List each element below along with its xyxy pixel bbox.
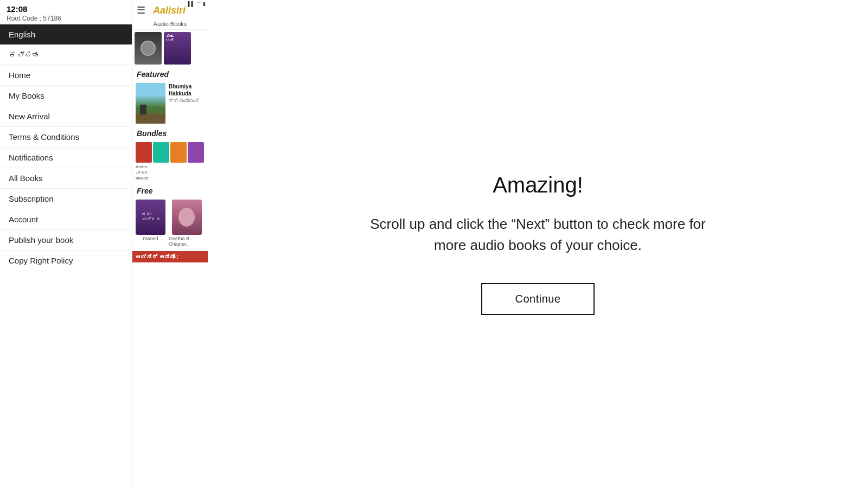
bundle-thumb-3[interactable] bbox=[170, 142, 187, 163]
free-label: Free bbox=[132, 183, 208, 197]
featured-book-cover bbox=[136, 83, 165, 124]
main-heading: Amazing! bbox=[493, 173, 583, 197]
book-thumb-2[interactable]: ಕಾದಂಬರಿ bbox=[164, 32, 191, 65]
menu-item-subscription[interactable]: Subscription bbox=[0, 189, 132, 209]
featured-book-subtitle: ಶ್ರೀ ಮುಮ್ಮುಡಿ... bbox=[169, 98, 205, 104]
featured-book[interactable]: Bhumiya Hakkuda ಶ್ರೀ ಮುಮ್ಮುಡಿ... bbox=[132, 81, 208, 126]
featured-book-title: Bhumiya Hakkuda bbox=[169, 83, 205, 97]
main-body-text: Scroll up and click the “Next” button to… bbox=[370, 214, 706, 256]
free-book-cover-1: ಕಥಾಸಂಗ್ರಹ bbox=[136, 200, 165, 235]
free-book-2[interactable]: Geetha B... Chapter... bbox=[169, 200, 205, 247]
menu-item-home[interactable]: Home bbox=[0, 65, 132, 86]
app-panel: ☰ Aalisiri ▌▌ ⌒ ▮ Audio Books ಕಾದಂಬರಿ Fe… bbox=[132, 0, 208, 488]
bundle-info: Ambe...14 Bo...bikkatt... bbox=[136, 164, 152, 181]
menu-list: English ಕನ್ನಡ Home My Books New Arrival … bbox=[0, 24, 132, 488]
status-icons: ▌▌ ⌒ ▮ bbox=[188, 1, 206, 8]
menu-item-all-books[interactable]: All Books bbox=[0, 168, 132, 189]
book-thumb-1[interactable] bbox=[135, 32, 162, 65]
menu-item-copyright[interactable]: Copy Right Policy bbox=[0, 251, 132, 271]
menu-item-english[interactable]: English bbox=[0, 24, 132, 45]
menu-item-my-books[interactable]: My Books bbox=[0, 86, 132, 106]
app-title: Aalisiri bbox=[153, 5, 186, 16]
owned-label: Owned bbox=[143, 236, 158, 241]
bottom-banner: ಆಲಿಸಿರಿ ಅಡಿಯೋ : bbox=[132, 251, 208, 262]
root-code: Root Code : 57186 bbox=[7, 15, 125, 22]
menu-item-publish[interactable]: Publish your book bbox=[0, 230, 132, 251]
menu-item-new-arrival[interactable]: New Arrival bbox=[0, 106, 132, 127]
bundle-thumb-1[interactable] bbox=[136, 142, 152, 163]
menu-item-account[interactable]: Account bbox=[0, 209, 132, 230]
bundle-thumb-4[interactable] bbox=[188, 142, 204, 163]
menu-item-kannada[interactable]: ಕನ್ನಡ bbox=[0, 45, 132, 65]
featured-label: Featured bbox=[132, 67, 208, 81]
bundles-row: Ambe...14 Bo...bikkatt... bbox=[132, 140, 208, 183]
featured-book-info: Bhumiya Hakkuda ಶ್ರೀ ಮುಮ್ಮುಡಿ... bbox=[169, 83, 205, 124]
menu-item-notifications[interactable]: Notifications bbox=[0, 147, 132, 168]
phone-time: 12:08 bbox=[7, 4, 125, 14]
signal-icon: ▌▌ bbox=[188, 1, 195, 8]
menu-item-terms[interactable]: Terms & Conditions bbox=[0, 127, 132, 147]
main-content: Amazing! Scroll up and click the “Next” … bbox=[208, 0, 868, 488]
continue-button[interactable]: Continue bbox=[481, 283, 594, 315]
wifi-icon: ⌒ bbox=[196, 1, 201, 8]
battery-icon: ▮ bbox=[203, 1, 206, 8]
free-book-cover-2 bbox=[172, 200, 202, 235]
hamburger-icon[interactable]: ☰ bbox=[137, 4, 145, 16]
status-bar: 12:08 Root Code : 57186 bbox=[0, 0, 132, 24]
audio-books-label: Audio Books bbox=[132, 18, 208, 30]
bottom-banner-text: ಆಲಿಸಿರಿ ಅಡಿಯೋ : bbox=[136, 254, 205, 260]
free-row: ಕಥಾಸಂಗ್ರಹ Owned Geetha B... Chapter... bbox=[132, 197, 208, 249]
bundle-thumb-2[interactable] bbox=[153, 142, 169, 163]
phone-sidebar: 12:08 Root Code : 57186 English ಕನ್ನಡ Ho… bbox=[0, 0, 132, 488]
bundles-label: Bundles bbox=[132, 126, 208, 140]
book-thumbnails-row: ಕಾದಂಬರಿ bbox=[132, 30, 208, 67]
free-book-1[interactable]: ಕಥಾಸಂಗ್ರಹ Owned bbox=[136, 200, 165, 247]
free-book2-label: Geetha B... Chapter... bbox=[169, 236, 205, 247]
